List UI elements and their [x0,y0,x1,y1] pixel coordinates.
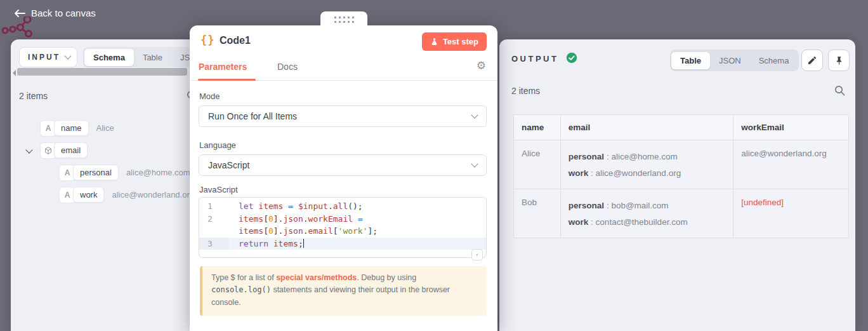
scroll-left-arrow-icon[interactable] [13,70,16,76]
output-panel-title: OUTPUT [511,54,558,64]
cell-name: Alice [514,140,561,189]
gear-icon[interactable]: ⚙ [477,59,486,72]
line-number: 1 [199,200,229,213]
code-node-icon: {} [201,34,214,46]
mode-select[interactable]: Run Once for All Items [199,105,487,127]
input-panel: INPUT Schema Table JSON 2 items AnameAli… [11,39,196,331]
code-node-modal: {} Code1 Test step Parameters Docs ⚙ Mod… [190,25,497,331]
modal-drag-handle[interactable] [320,11,367,25]
code-line[interactable]: 2items[0].json.workEmail = [199,213,486,226]
mode-label: Mode [199,91,220,101]
input-horizontal-scrollbar[interactable] [11,67,196,77]
column-header-name[interactable]: name [514,115,561,140]
mode-value: Run Once for All Items [208,111,297,121]
schema-key-pill[interactable]: work [73,187,104,203]
schema-item-name: AnameAlice [40,119,114,137]
tab-output-schema[interactable]: Schema [750,52,798,69]
chevron-down-icon [471,111,478,118]
column-header-email[interactable]: email [560,115,733,140]
expand-editor-button[interactable] [471,249,483,260]
line-number [199,225,229,238]
language-value: JavaScript [208,160,249,170]
output-data-table: nameemailworkEmail Alicepersonal : alice… [513,114,849,238]
test-step-label: Test step [443,37,478,46]
schema-item-work: Aworkalice@wonderland.org [59,186,194,203]
output-panel: OUTPUT Table JSON Schema 2 items nam [499,39,855,331]
chevron-down-icon [64,52,71,59]
hint-code-snippet: console.log() [211,285,271,294]
line-number: 3 [199,238,229,250]
tab-docs[interactable]: Docs [277,62,298,72]
tab-output-json[interactable]: JSON [710,52,750,69]
active-tab-underline [198,79,256,81]
language-select[interactable]: JavaScript [199,154,487,176]
pin-data-button[interactable] [828,50,850,71]
cell-workEmail: [undefined] [733,189,849,238]
back-to-canvas-button[interactable]: Back to canvas [10,7,100,19]
node-title[interactable]: Code1 [220,35,251,46]
input-source-dropdown[interactable]: INPUT [19,47,77,67]
input-panel-title: INPUT [28,53,60,62]
chevron-down-icon[interactable] [25,146,32,153]
line-number: 2 [199,213,229,226]
table-row: Alicepersonal : alice@home.comwork : ali… [514,140,849,189]
tab-input-schema[interactable]: Schema [84,49,134,66]
node-details-view: Back to canvas INPUT Schema Table JSON 2… [0,0,868,331]
input-items-count: 2 items [19,91,48,101]
output-view-tabs: Table JSON Schema [670,50,799,71]
hint-text: Type $ for a list of [211,273,276,282]
cell-workEmail: alice@wonderland.org [733,140,849,189]
schema-value: Alice [96,123,114,133]
column-header-workEmail[interactable]: workEmail [733,115,849,140]
schema-key-pill[interactable]: email [54,142,88,158]
edit-output-button[interactable] [801,50,823,71]
scrollbar-thumb[interactable] [17,68,187,76]
language-label: Language [199,140,236,150]
table-row: Bobpersonal : bob@mail.comwork : contact… [514,189,849,238]
test-step-button[interactable]: Test step [422,32,487,51]
editor-hint-notice: Type $ for a list of special vars/method… [200,266,487,316]
output-search-icon[interactable] [834,85,845,96]
success-check-icon [566,52,577,64]
code-line[interactable]: items[0].json.email['work']; [199,225,486,238]
tab-parameters[interactable]: Parameters [199,62,247,72]
workflow-logo-icon [1,17,36,39]
schema-value: alice@home.com [126,168,190,177]
pin-icon [834,56,844,65]
code-editor[interactable]: 1let items = $input.all();2items[0].json… [199,197,487,258]
cell-email: personal : bob@mail.comwork : contact@th… [560,189,733,238]
table-header-row: nameemailworkEmail [514,115,849,140]
pencil-icon [807,55,817,65]
schema-key-pill[interactable]: personal [73,165,119,180]
schema-value: alice@wonderland.org [112,190,194,199]
text-cursor [303,239,305,248]
chevron-down-icon [471,160,478,167]
tab-output-table[interactable]: Table [671,52,710,69]
schema-item-email: email [40,142,88,159]
drag-dots-icon [334,17,354,25]
back-to-canvas-label: Back to canvas [31,8,96,18]
code-line[interactable]: 3return items; [199,238,486,250]
schema-key-pill[interactable]: name [54,120,89,136]
output-items-count: 2 items [511,86,540,96]
code-line[interactable]: 1let items = $input.all(); [199,200,486,213]
schema-item-personal: Apersonalalice@home.com [59,164,190,181]
flask-icon [430,37,438,46]
special-vars-link[interactable]: special vars/methods [276,273,357,282]
hint-text: . Debug by using [357,273,416,282]
cell-name: Bob [514,189,561,238]
expand-icon [476,252,478,258]
input-view-tabs: Schema Table JSON [83,47,196,67]
arrow-left-icon [14,9,25,18]
cell-email: personal : alice@home.comwork : alice@wo… [560,140,733,189]
tab-input-table[interactable]: Table [134,49,171,66]
code-editor-label: JavaScript [199,185,238,194]
